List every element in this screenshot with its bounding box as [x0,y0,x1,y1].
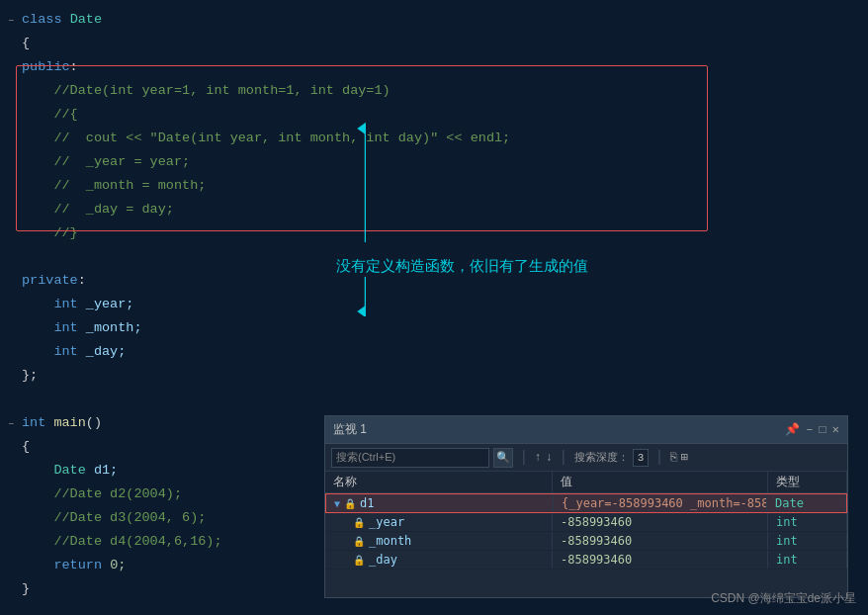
arrow-up-icon[interactable]: ↑ [535,451,542,465]
code-line [0,245,868,269]
watch-row-year[interactable]: 🔒 _year -858993460 int [325,513,847,532]
code-line: public: [0,55,868,79]
code-line: // _year = year; [0,150,868,174]
watch-cell-value: -858993460 [553,532,768,550]
code-line: int _day; [0,340,868,364]
col-header-value: 值 [553,472,768,492]
watch-cell-name: ▼ 🔒 d1 [326,494,554,512]
maximize-icon[interactable]: □ [820,423,826,437]
code-line: { [0,32,868,55]
watch-titlebar: 监视 1 📌 – □ ✕ [325,416,847,444]
expand-icon[interactable]: – [8,411,22,435]
search-button[interactable]: 🔍 [493,448,513,468]
close-icon[interactable]: ✕ [832,422,839,437]
watch-columns: 名称 值 类型 [325,472,847,493]
watch-cell-name: 🔒 _month [325,532,553,550]
watch-cell-name: 🔒 _year [325,513,553,531]
pin-icon[interactable]: 📌 [785,422,800,437]
code-line: //} [0,221,868,245]
watch-cell-type: int [768,513,847,531]
watch-panel: 监视 1 📌 – □ ✕ 搜索(Ctrl+E) 🔍 | ↑ ↓ | 搜索深度： … [324,415,848,598]
watch-cell-type: Date [767,494,846,512]
code-line [0,388,868,411]
code-line: – class Date [0,8,868,32]
col-header-type: 类型 [768,472,847,492]
watch-cell-value: -858993460 [553,551,768,569]
code-line: //{ [0,103,868,127]
lock-icon: 🔒 [353,555,365,566]
code-line: // cout << "Date(int year, int month, in… [0,127,868,150]
col-header-name: 名称 [325,472,553,492]
watermark: CSDN @海绵宝宝de派小星 [711,590,856,607]
code-line: // _day = day; [0,198,868,221]
toolbar-sep: | [519,449,529,467]
depth-label: 搜索深度： [574,450,629,465]
watch-cell-value: -858993460 [553,513,768,531]
lock-icon: 🔒 [353,536,365,547]
code-line: int _month; [0,316,868,340]
search-box[interactable]: 搜索(Ctrl+E) [331,448,489,468]
search-placeholder: 搜索(Ctrl+E) [336,450,395,465]
watch-row-month[interactable]: 🔒 _month -858993460 int [325,532,847,551]
watch-row-d1[interactable]: ▼ 🔒 d1 {_year=-858993460 _month=-8589934… [325,493,847,513]
minimize-icon[interactable]: – [806,423,813,437]
watch-title-icons: 📌 – □ ✕ [785,422,839,437]
grid-icon[interactable]: ⊞ [681,450,688,465]
lock-icon: 🔒 [344,498,356,509]
watch-cell-type: int [768,532,847,550]
code-line: //Date(int year=1, int month=1, int day=… [0,79,868,103]
code-line: }; [0,364,868,388]
watch-cell-type: int [768,551,847,569]
arrow-down-icon[interactable]: ↓ [546,451,553,465]
watch-cell-value: {_year=-858993460 _month=-858993460 _day… [554,494,767,512]
lock-icon: 🔒 [353,517,365,528]
watch-rows: ▼ 🔒 d1 {_year=-858993460 _month=-8589934… [325,493,847,597]
toolbar-sep: | [654,449,664,467]
watch-row-day[interactable]: 🔒 _day -858993460 int [325,551,847,570]
watch-toolbar: 搜索(Ctrl+E) 🔍 | ↑ ↓ | 搜索深度： 3 | ⎘ ⊞ [325,444,847,472]
expand-icon[interactable]: – [8,8,22,32]
watch-title-label: 监视 1 [333,421,785,438]
code-line: // _month = month; [0,174,868,198]
depth-value[interactable]: 3 [633,449,650,467]
toolbar-sep: | [559,449,568,467]
copy-icon[interactable]: ⎘ [670,451,677,465]
expand-triangle[interactable]: ▼ [334,498,340,509]
code-line: private: [0,269,868,293]
code-line: int _year; [0,293,868,316]
watch-cell-name: 🔒 _day [325,551,553,569]
